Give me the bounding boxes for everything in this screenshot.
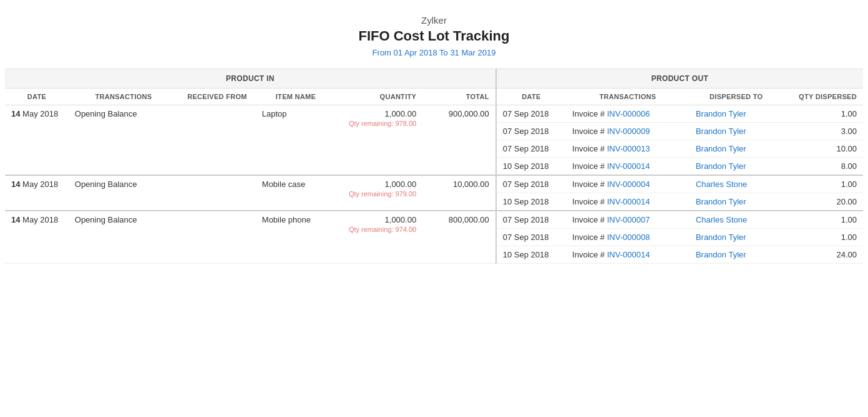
out-date: 07 Sep 2018: [496, 211, 566, 229]
transaction-link[interactable]: INV-000013: [607, 144, 650, 153]
qty-dispersed: 1.00: [783, 229, 863, 246]
date-range: From 01 Apr 2018 To 31 Mar 2019: [0, 48, 868, 57]
dispersed-to-link[interactable]: Charles Stone: [696, 215, 747, 224]
table-row: 14 May 2018Opening BalanceMobile case1,0…: [5, 175, 863, 193]
in-transaction: Opening Balance: [69, 211, 178, 264]
qty-dispersed: 1.00: [783, 211, 863, 229]
fifo-table: PRODUCT IN PRODUCT OUT DATE TRANSACTIONS…: [5, 69, 863, 264]
in-total: 900,000.00: [422, 105, 496, 176]
in-date: 14 May 2018: [5, 211, 69, 264]
out-transaction: Invoice # INV-000014: [566, 193, 690, 211]
out-transaction: Invoice # INV-000004: [566, 175, 690, 193]
out-date: 07 Sep 2018: [496, 123, 566, 140]
in-quantity: 1,000.00Qty remaining: 974.00: [336, 211, 422, 264]
in-date: 14 May 2018: [5, 175, 69, 211]
in-total: 10,000.00: [422, 175, 496, 211]
dispersed-to: Brandon Tyler: [690, 229, 783, 246]
transaction-link[interactable]: INV-000014: [607, 161, 650, 171]
out-date: 07 Sep 2018: [496, 229, 566, 246]
report-title: FIFO Cost Lot Tracking: [0, 28, 868, 44]
table-container: PRODUCT IN PRODUCT OUT DATE TRANSACTIONS…: [0, 69, 868, 264]
qty-dispersed: 8.00: [783, 158, 863, 176]
col-header-transactions: TRANSACTIONS: [69, 89, 178, 105]
in-item-name: Laptop: [256, 105, 336, 176]
dispersed-to: Brandon Tyler: [690, 123, 783, 140]
col-header-out-transactions: TRANSACTIONS: [566, 89, 690, 105]
in-date: 14 May 2018: [5, 105, 69, 176]
out-transaction: Invoice # INV-000014: [566, 246, 690, 264]
table-row: 14 May 2018Opening BalanceMobile phone1,…: [5, 211, 863, 229]
transaction-link[interactable]: INV-000008: [607, 232, 650, 242]
dispersed-to-link[interactable]: Brandon Tyler: [696, 109, 746, 118]
column-header-row: DATE TRANSACTIONS RECEIVED FROM ITEM NAM…: [5, 89, 863, 105]
product-out-header: PRODUCT OUT: [496, 69, 863, 89]
col-header-out-date: DATE: [496, 89, 566, 105]
transaction-link[interactable]: INV-000014: [607, 197, 650, 206]
out-date: 07 Sep 2018: [496, 105, 566, 123]
in-transaction: Opening Balance: [69, 105, 178, 176]
out-date: 07 Sep 2018: [496, 175, 566, 193]
out-date: 10 Sep 2018: [496, 158, 566, 176]
qty-dispersed: 1.00: [783, 105, 863, 123]
transaction-link[interactable]: INV-000006: [607, 109, 650, 118]
dispersed-to: Brandon Tyler: [690, 158, 783, 176]
col-header-qty-dispersed: QTY DISPERSED: [783, 89, 863, 105]
transaction-link[interactable]: INV-000009: [607, 127, 650, 136]
dispersed-to-link[interactable]: Brandon Tyler: [696, 250, 746, 259]
col-header-total: TOTAL: [422, 89, 496, 105]
col-header-item-name: ITEM NAME: [256, 89, 336, 105]
out-transaction: Invoice # INV-000009: [566, 123, 690, 140]
qty-dispersed: 20.00: [783, 193, 863, 211]
section-header-row: PRODUCT IN PRODUCT OUT: [5, 69, 863, 89]
in-quantity: 1,000.00Qty remaining: 979.00: [336, 175, 422, 211]
company-name: Zylker: [0, 15, 868, 26]
table-row: 14 May 2018Opening BalanceLaptop1,000.00…: [5, 105, 863, 123]
qty-dispersed: 1.00: [783, 175, 863, 193]
dispersed-to-link[interactable]: Brandon Tyler: [696, 127, 746, 136]
dispersed-to: Brandon Tyler: [690, 193, 783, 211]
in-transaction: Opening Balance: [69, 175, 178, 211]
qty-dispersed: 24.00: [783, 246, 863, 264]
dispersed-to: Charles Stone: [690, 175, 783, 193]
out-date: 10 Sep 2018: [496, 193, 566, 211]
in-received-from: [178, 105, 256, 176]
col-header-quantity: QUANTITY: [336, 89, 422, 105]
out-transaction: Invoice # INV-000008: [566, 229, 690, 246]
dispersed-to: Brandon Tyler: [690, 246, 783, 264]
in-received-from: [178, 175, 256, 211]
dispersed-to-link[interactable]: Brandon Tyler: [696, 144, 746, 153]
col-header-received-from: RECEIVED FROM: [178, 89, 256, 105]
out-transaction: Invoice # INV-000014: [566, 158, 690, 176]
dispersed-to: Brandon Tyler: [690, 105, 783, 123]
in-item-name: Mobile case: [256, 175, 336, 211]
in-total: 800,000.00: [422, 211, 496, 264]
out-transaction: Invoice # INV-000013: [566, 140, 690, 158]
out-transaction: Invoice # INV-000007: [566, 211, 690, 229]
out-date: 10 Sep 2018: [496, 246, 566, 264]
transaction-link[interactable]: INV-000007: [607, 215, 650, 224]
transaction-link[interactable]: INV-000014: [607, 250, 650, 259]
col-header-dispersed-to: DISPERSED TO: [690, 89, 783, 105]
table-body: 14 May 2018Opening BalanceLaptop1,000.00…: [5, 105, 863, 264]
dispersed-to: Brandon Tyler: [690, 140, 783, 158]
dispersed-to-link[interactable]: Brandon Tyler: [696, 232, 746, 242]
dispersed-to-link[interactable]: Brandon Tyler: [696, 161, 746, 171]
qty-dispersed: 3.00: [783, 123, 863, 140]
in-received-from: [178, 211, 256, 264]
in-quantity: 1,000.00Qty remaining: 978.00: [336, 105, 422, 176]
out-date: 07 Sep 2018: [496, 140, 566, 158]
out-transaction: Invoice # INV-000006: [566, 105, 690, 123]
product-in-header: PRODUCT IN: [5, 69, 496, 89]
qty-dispersed: 10.00: [783, 140, 863, 158]
transaction-link[interactable]: INV-000004: [607, 180, 650, 189]
dispersed-to: Charles Stone: [690, 211, 783, 229]
col-header-date: DATE: [5, 89, 69, 105]
dispersed-to-link[interactable]: Charles Stone: [696, 180, 747, 189]
in-item-name: Mobile phone: [256, 211, 336, 264]
dispersed-to-link[interactable]: Brandon Tyler: [696, 197, 746, 206]
